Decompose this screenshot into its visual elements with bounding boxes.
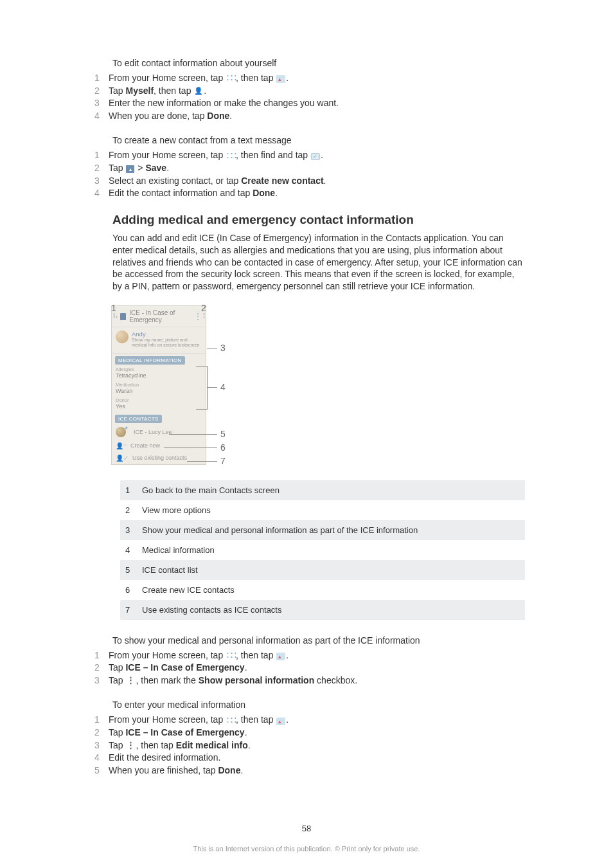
bold: Show personal information: [199, 675, 314, 685]
star-icon: ★: [124, 425, 129, 431]
legend-num: 7: [125, 605, 142, 615]
field-value: Tetracycline: [116, 372, 202, 379]
callout-line: [207, 348, 217, 348]
step-text: Edit the contact information and tap Don…: [109, 187, 524, 200]
legend-text: Medical information: [142, 545, 215, 555]
pill-ice: ICE CONTACTS: [115, 415, 162, 423]
step-num: 3: [94, 739, 109, 752]
step-text: Tap ICE – In Case of Emergency.: [109, 662, 524, 674]
t: .: [204, 86, 206, 96]
t: , then tap: [136, 740, 175, 750]
t: From your Home screen, tap: [109, 73, 226, 83]
legend-text: ICE contact list: [142, 565, 198, 575]
t: .: [248, 740, 251, 750]
legend-num: 1: [125, 485, 142, 495]
callout-3: 3: [220, 343, 226, 353]
overflow-menu-icon: [126, 676, 135, 684]
t: Edit the contact information and tap: [109, 188, 253, 198]
contacts-icon: [276, 653, 285, 660]
t: Tap: [109, 86, 125, 96]
callout-line: [187, 461, 217, 462]
t: , then tap: [154, 86, 193, 96]
t: .: [324, 176, 326, 186]
body-paragraph: You can add and edit ICE (In Case of Eme…: [112, 232, 524, 293]
step-text: Tap ICE – In Case of Emergency.: [109, 727, 524, 739]
step-num: 3: [94, 175, 109, 188]
bold: Myself: [125, 86, 154, 96]
callout-4: 4: [220, 382, 226, 392]
t: .: [240, 765, 243, 775]
bold: Edit medical info: [176, 740, 248, 750]
phone-mock: ‹ ICE - In Case of Emergency ⋮ Andy Show…: [111, 305, 206, 464]
step-num: 2: [94, 85, 109, 98]
apps-grid-icon: [226, 651, 235, 659]
step-list: 1 From your Home screen, tap , then find…: [94, 149, 524, 199]
legend-num: 3: [125, 525, 142, 535]
field-label: Allergies: [116, 366, 202, 372]
callout-line: [114, 313, 114, 318]
t: , then tap: [236, 73, 276, 83]
section-title: To create a new contact from a text mess…: [112, 135, 524, 145]
step-num: 2: [94, 727, 109, 739]
legend-num: 5: [125, 565, 142, 575]
t: , then tap: [236, 650, 276, 660]
callout-line: [208, 387, 217, 388]
section-title: To show your medical and personal inform…: [112, 635, 524, 646]
phone-header: ‹ ICE - In Case of Emergency ⋮: [112, 306, 206, 327]
t: Tap: [109, 740, 125, 750]
section-title: To enter your medical information: [112, 700, 524, 710]
use-existing-label: Use existing contacts: [132, 455, 187, 461]
t: .: [275, 188, 278, 198]
apps-grid-icon: [226, 716, 235, 724]
t: Select an existing contact, or tap: [109, 176, 241, 186]
field-label: Medication: [116, 382, 202, 388]
step-num: 5: [94, 764, 109, 777]
ice-contact-name: ICE - Lucy Lee: [134, 429, 172, 435]
step-num: 1: [94, 714, 109, 727]
step-text: Select an existing contact, or tap Creat…: [109, 175, 524, 188]
t: .: [245, 727, 247, 737]
legend-num: 2: [125, 505, 142, 515]
t: .: [286, 650, 289, 660]
user-subtext: Show my name, picture and medical info o…: [132, 338, 202, 347]
callout-bracket: [196, 366, 208, 410]
legend-num: 4: [125, 545, 142, 555]
user-name: Andy: [132, 330, 202, 338]
t: Tap: [109, 163, 125, 173]
bold: Save: [145, 163, 166, 173]
t: .: [166, 163, 169, 173]
bold: Create new contact: [241, 176, 323, 186]
phone-title: ICE - In Case of Emergency: [129, 309, 194, 323]
legend-text: View more options: [142, 505, 211, 515]
bold: Done: [218, 765, 240, 775]
t: From your Home screen, tap: [109, 650, 226, 660]
step-text: Enter the new information or make the ch…: [109, 97, 524, 110]
t: From your Home screen, tap: [109, 714, 226, 725]
use-existing-row: 👤✓Use existing contacts: [112, 452, 206, 464]
step-text: Tap > Save.: [109, 162, 524, 175]
overflow-menu-icon: [126, 741, 135, 749]
bold: ICE – In Case of Emergency: [125, 662, 244, 673]
ice-screen-diagram: 1 2 ‹ ICE - In Case of Emergency ⋮ Andy …: [111, 305, 220, 464]
field-value: Waran: [116, 388, 202, 394]
step-text: Tap Myself, then tap .: [109, 85, 524, 98]
callout-7: 7: [220, 456, 226, 466]
legend-text: Create new ICE contacts: [142, 585, 235, 595]
bold: ICE – In Case of Emergency: [125, 727, 244, 737]
pill-medical: MEDICAL INFORMATION: [115, 356, 185, 365]
apps-grid-icon: [226, 74, 235, 82]
edit-contact-icon: [194, 87, 203, 95]
t: .: [321, 150, 323, 160]
menu-dots-icon: ⋮: [194, 312, 202, 321]
callout-6: 6: [220, 442, 226, 453]
legend-text: Show your medical and personal informati…: [142, 525, 418, 535]
heading-h2: Adding medical and emergency contact inf…: [112, 213, 524, 227]
step-text: Tap , then tap Edit medical info.: [109, 739, 524, 752]
add-contact-icon: 👤⁺: [116, 442, 127, 449]
step-num: 2: [94, 162, 109, 175]
step-num: 3: [94, 97, 109, 110]
back-chevron-icon: ‹: [116, 313, 118, 320]
step-text: When you are finished, tap Done.: [109, 764, 524, 777]
bold: Done: [253, 188, 275, 198]
callout-line: [164, 448, 217, 448]
